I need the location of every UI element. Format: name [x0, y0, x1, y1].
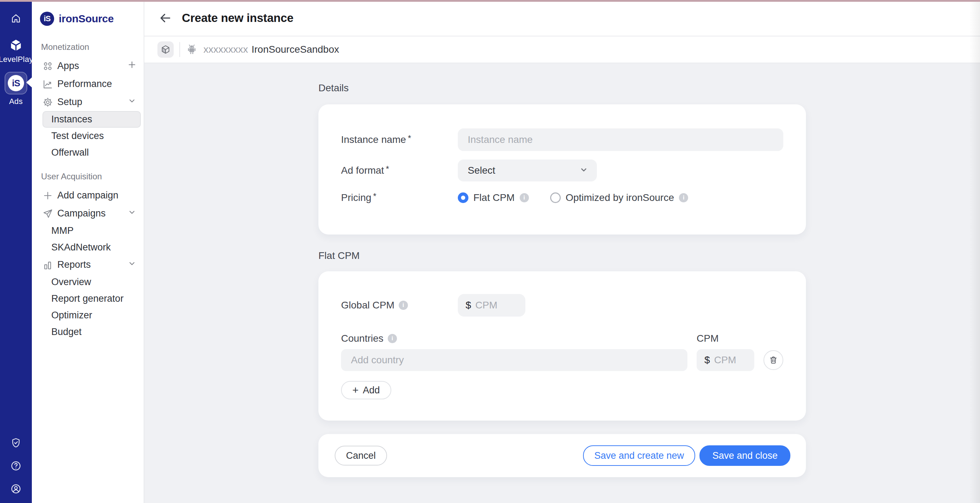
pricing-options: Flat CPM i Optimized by ironSource i [458, 192, 688, 204]
add-country-input[interactable] [341, 349, 687, 371]
required-asterisk: * [386, 164, 389, 174]
apps-grid-icon [43, 61, 53, 72]
sidebar: iS ironSource Monetization Apps Performa… [32, 0, 144, 503]
section-title-user-acquisition: User Acquisition [32, 172, 144, 181]
sidebar-item-instances[interactable]: Instances [43, 111, 141, 128]
info-icon[interactable]: i [520, 193, 529, 202]
back-arrow-icon[interactable] [159, 11, 172, 25]
chevron-down-icon [127, 208, 137, 219]
chevron-down-icon [579, 165, 589, 176]
country-cpm-input[interactable] [714, 355, 748, 366]
paper-plane-icon [43, 209, 53, 219]
ironsource-logo: iS ironSource [32, 12, 144, 26]
page-title: Create new instance [182, 11, 293, 25]
sidebar-item-performance[interactable]: Performance [32, 75, 144, 93]
ironsource-is-icon: iS [5, 72, 27, 94]
sidebar-item-budget[interactable]: Budget [43, 324, 141, 340]
sidebar-item-optimizer[interactable]: Optimizer [43, 307, 141, 324]
form-scroll-area[interactable]: Details Instance name* Ad format* Sele [144, 63, 980, 503]
sidebar-item-mmp[interactable]: MMP [43, 223, 141, 239]
flat-cpm-heading: Flat CPM [318, 250, 806, 261]
unity-cube-icon [9, 38, 23, 53]
sidebar-item-label: Performance [57, 78, 112, 89]
rail-bottom-icons [10, 437, 22, 495]
save-and-create-new-button[interactable]: Save and create new [583, 445, 695, 466]
bar-chart-icon [43, 259, 53, 270]
sidebar-item-offerwall[interactable]: Offerwall [43, 144, 141, 161]
global-cpm-row: Global CPM i $ [341, 294, 783, 317]
country-cpm-row: $ [341, 349, 783, 371]
user-acquisition-nav: Add campaign Campaigns MMP SKAdNetwork R… [32, 186, 144, 340]
app-root: LevelPlay iS Ads iS ironSource [0, 0, 980, 503]
app-cube-badge [158, 41, 174, 58]
home-icon[interactable] [10, 13, 22, 24]
plus-icon [43, 190, 53, 201]
form-actions-bar: Cancel Save and create new Save and clos… [318, 434, 806, 477]
app-name: IronSourceSandbox [251, 44, 339, 55]
sidebar-item-label: Campaigns [57, 208, 106, 219]
ad-format-row: Ad format* Select [341, 159, 783, 181]
app-id: xxxxxxxxx [204, 44, 248, 55]
top-window-strip [0, 0, 980, 2]
dollar-prefix: $ [705, 355, 710, 366]
country-cpm-input-group: $ [697, 349, 754, 371]
product-rail: LevelPlay iS Ads [0, 0, 32, 503]
sidebar-item-report-generator[interactable]: Report generator [43, 290, 141, 307]
required-asterisk: * [408, 133, 411, 143]
page-header: Create new instance [144, 0, 980, 37]
sidebar-item-skadnetwork[interactable]: SKAdNetwork [43, 239, 141, 256]
instance-name-label: Instance name* [341, 134, 458, 145]
ad-format-select-value: Select [468, 165, 495, 176]
gear-icon [43, 97, 53, 108]
sidebar-item-apps[interactable]: Apps [32, 57, 144, 75]
required-asterisk: * [373, 191, 376, 201]
chevron-down-icon [127, 96, 137, 108]
instance-name-input[interactable] [458, 128, 783, 151]
sidebar-item-campaigns[interactable]: Campaigns [32, 204, 144, 223]
save-and-close-button[interactable]: Save and close [700, 445, 791, 466]
details-card: Instance name* Ad format* Select [318, 104, 806, 234]
sidebar-item-test-devices[interactable]: Test devices [43, 128, 141, 144]
section-title-monetization: Monetization [32, 42, 144, 52]
global-cpm-input-group: $ [458, 294, 525, 317]
sidebar-item-label: Add campaign [57, 190, 119, 201]
chevron-down-icon [127, 259, 137, 271]
ad-format-select[interactable]: Select [458, 159, 597, 181]
info-icon[interactable]: i [399, 301, 408, 310]
radio-unselected[interactable] [550, 193, 561, 203]
add-app-plus-icon[interactable] [127, 60, 137, 72]
sidebar-item-setup[interactable]: Setup [32, 93, 144, 111]
sidebar-item-label: Setup [57, 97, 83, 108]
main-area: Create new instance [144, 0, 980, 503]
info-icon[interactable]: i [388, 334, 397, 343]
help-icon[interactable] [10, 460, 22, 471]
plus-icon: + [352, 385, 359, 395]
rail-item-levelplay[interactable]: LevelPlay [0, 38, 33, 64]
rail-item-ads[interactable]: iS Ads [5, 64, 27, 106]
global-cpm-input[interactable] [476, 299, 519, 311]
rail-label-levelplay: LevelPlay [0, 55, 33, 64]
app-context-bar: xxxxxxxxx IronSourceSandbox [144, 37, 980, 63]
sidebar-item-add-campaign[interactable]: Add campaign [32, 186, 144, 204]
countries-header-row: Countries i CPM [341, 333, 783, 344]
ad-format-label: Ad format* [341, 165, 458, 176]
add-country-row-button[interactable]: + Add [341, 381, 391, 400]
global-cpm-label: Global CPM i [341, 299, 458, 311]
info-icon[interactable]: i [679, 193, 688, 202]
ironsource-logo-badge: iS [40, 12, 54, 26]
pricing-option-optimized[interactable]: Optimized by ironSource i [550, 192, 689, 204]
countries-label: Countries i [341, 333, 697, 344]
shield-check-icon[interactable] [10, 437, 22, 449]
pricing-option-flat-cpm[interactable]: Flat CPM i [458, 192, 529, 204]
delete-row-button[interactable] [764, 350, 783, 370]
pricing-label: Pricing* [341, 192, 458, 204]
radio-selected[interactable] [458, 193, 468, 203]
sidebar-item-overview[interactable]: Overview [43, 274, 141, 290]
sidebar-item-label: Apps [57, 60, 79, 72]
android-icon [186, 43, 198, 56]
sidebar-item-reports[interactable]: Reports [32, 256, 144, 274]
cancel-button[interactable]: Cancel [335, 446, 387, 465]
dollar-prefix: $ [466, 299, 471, 311]
account-icon[interactable] [10, 483, 22, 495]
sidebar-item-label: Reports [57, 259, 91, 270]
